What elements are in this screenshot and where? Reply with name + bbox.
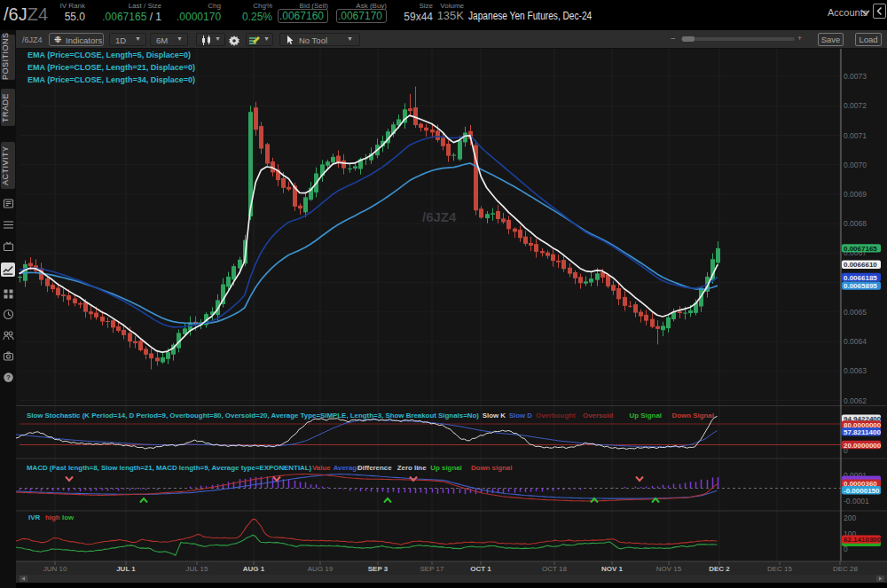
- svg-text:low: low: [62, 514, 75, 521]
- svg-text:-0.0001: -0.0001: [844, 497, 869, 506]
- svg-text:0.0064: 0.0064: [844, 337, 867, 346]
- svg-text:0.0066185: 0.0066185: [844, 274, 877, 282]
- svg-text:DEC 28: DEC 28: [833, 565, 859, 573]
- svg-text:JUL 1: JUL 1: [116, 565, 136, 573]
- svg-text:high: high: [45, 514, 60, 521]
- svg-text:EMA (Price=CLOSE, Length=5, Di: EMA (Price=CLOSE, Length=5, Displace=0): [27, 51, 191, 59]
- svg-text:0.0071: 0.0071: [844, 131, 867, 140]
- svg-text:AUG 19: AUG 19: [308, 565, 334, 573]
- svg-text:?: ?: [6, 373, 11, 381]
- svg-text:EMA (Price=CLOSE, Length=34, D: EMA (Price=CLOSE, Length=34, Displace=0): [27, 75, 195, 84]
- svg-text:DEC 15: DEC 15: [767, 565, 793, 573]
- svg-text:62.1410300: 62.1410300: [844, 536, 882, 544]
- svg-text:0.0070: 0.0070: [844, 161, 867, 169]
- svg-text:Slow Stochastic (K Period=14,: Slow Stochastic (K Period=14, D Period=9…: [27, 412, 479, 419]
- svg-text:JUN 10: JUN 10: [43, 565, 67, 573]
- svg-text:Up Signal: Up Signal: [630, 412, 662, 419]
- svg-text:0.0069: 0.0069: [844, 190, 867, 199]
- svg-text:0.0072: 0.0072: [844, 101, 867, 110]
- svg-text:AUG 1: AUG 1: [243, 565, 265, 573]
- svg-text:Up signal: Up signal: [430, 464, 462, 472]
- svg-text:Down signal: Down signal: [471, 464, 512, 472]
- svg-text:57.8211400: 57.8211400: [844, 428, 881, 436]
- svg-text:/6JZ4: /6JZ4: [422, 209, 457, 224]
- svg-text:Oversold: Oversold: [583, 412, 613, 419]
- svg-text:Slow D: Slow D: [509, 412, 533, 419]
- svg-text:Difference: Difference: [357, 464, 392, 472]
- svg-text:OCT 1: OCT 1: [470, 565, 491, 573]
- svg-text:Down Signal: Down Signal: [672, 412, 714, 419]
- svg-text:0.0067165: 0.0067165: [844, 245, 877, 253]
- svg-text:Slow K: Slow K: [483, 412, 506, 419]
- svg-text:Value: Value: [312, 464, 331, 472]
- svg-text:0.0062: 0.0062: [844, 396, 867, 405]
- svg-text:0.0068: 0.0068: [844, 219, 867, 228]
- svg-text:20.0000000: 20.0000000: [844, 442, 882, 450]
- svg-text:0.0065: 0.0065: [844, 308, 867, 317]
- svg-text:NOV 1: NOV 1: [601, 565, 624, 573]
- svg-text:SEP 3: SEP 3: [368, 565, 389, 573]
- svg-text:0.0063: 0.0063: [844, 366, 867, 375]
- svg-text:NOV 15: NOV 15: [656, 565, 682, 573]
- svg-text:0.0065895: 0.0065895: [844, 282, 877, 290]
- svg-text:SEP 17: SEP 17: [420, 565, 445, 573]
- svg-text:-0.0000150: -0.0000150: [844, 487, 880, 495]
- svg-text:Overbought: Overbought: [536, 412, 576, 419]
- svg-text:0.0066610: 0.0066610: [844, 261, 877, 269]
- svg-text:200: 200: [844, 514, 856, 522]
- svg-text:IVR: IVR: [28, 514, 40, 521]
- svg-text:DEC 2: DEC 2: [709, 565, 730, 573]
- svg-text:Zero line: Zero line: [397, 464, 427, 472]
- svg-text:0.0073: 0.0073: [844, 72, 867, 81]
- svg-text:JUL 15: JUL 15: [185, 565, 208, 573]
- svg-text:MACD (Fast length=8, Slow leng: MACD (Fast length=8, Slow length=21, MAC…: [27, 464, 312, 472]
- svg-text:EMA (Price=CLOSE, Length=21, D: EMA (Price=CLOSE, Length=21, Displace=0): [27, 63, 195, 72]
- svg-text:OCT 18: OCT 18: [542, 565, 567, 573]
